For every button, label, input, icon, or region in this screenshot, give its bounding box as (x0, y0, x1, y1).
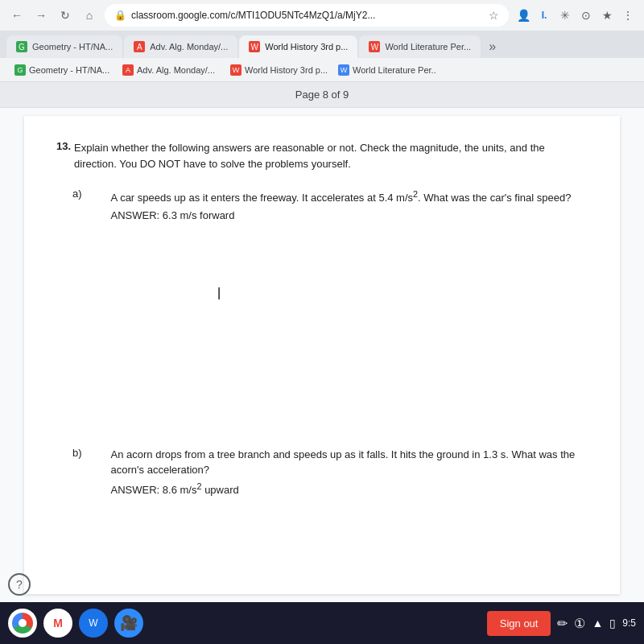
question-13-block: 13. Explain whether the following answer… (56, 140, 588, 496)
taskbar: M W 🎥 Sign out ✏ ① ▲ ▯ 9:5 (0, 602, 644, 644)
browser-chrome: ← → ↻ ⌂ 🔒 classroom.google.com/c/MTI1ODU… (0, 0, 644, 82)
page-header: Page 8 of 9 (0, 82, 644, 108)
tab-world-history[interactable]: W World History 3rd p... (239, 35, 357, 58)
taskbar-gmail-icon[interactable]: M (43, 609, 72, 638)
taskbar-right-area: ✏ ① ▲ ▯ 9:5 (557, 616, 636, 631)
bookmark-favicon-adv-alg: A (122, 64, 134, 76)
tab-favicon-world-lit: W (369, 41, 380, 52)
home-button[interactable]: ⌂ (80, 6, 98, 24)
extension-icon-4[interactable]: ★ (599, 7, 615, 23)
sub-b-answer: ANSWER: 8.6 m/s2 upward (111, 481, 588, 496)
refresh-button[interactable]: ↻ (56, 6, 74, 24)
battery-icon: ▯ (609, 617, 616, 630)
lock-icon: 🔒 (114, 10, 126, 21)
bookmark-star-icon[interactable]: ☆ (489, 9, 499, 22)
taskbar-docs-icon[interactable]: W (79, 609, 108, 638)
bookmark-geometry[interactable]: G Geometry - HT/NA... (8, 62, 113, 78)
taskbar-chrome-icon[interactable] (8, 609, 37, 638)
extension-icon-2[interactable]: ✳ (557, 7, 573, 23)
bookmark-world-lit[interactable]: W World Literature Per... (332, 62, 436, 78)
back-button[interactable]: ← (8, 6, 26, 24)
time-display: 9:5 (622, 617, 636, 629)
sub-content-b: An acorn drops from a tree branch and sp… (111, 447, 588, 496)
tab-favicon-world-history: W (249, 41, 260, 52)
notification-badge-1: ① (574, 616, 585, 631)
bookmark-favicon-world-history: W (230, 64, 242, 76)
extension-icon-1[interactable]: I. (536, 7, 552, 23)
tabs-more-button[interactable]: » (482, 35, 502, 58)
tab-geometry[interactable]: G Geometry - HT/NA... (6, 35, 122, 58)
empty-space-a: | (56, 286, 588, 431)
forward-button[interactable]: → (32, 6, 50, 24)
sub-a-question: A car speeds up as it enters the freeway… (111, 188, 572, 206)
nav-icons: 👤 I. ✳ ⊙ ★ ⋮ (515, 7, 636, 23)
cursor: | (217, 286, 588, 300)
question-13-instruction: Explain whether the following answers ar… (74, 140, 588, 171)
account-icon[interactable]: 👤 (515, 7, 531, 23)
pagination-text: Page 8 of 9 (295, 89, 349, 101)
sub-label-b: b) (72, 447, 82, 459)
sub-question-a: a) A car speeds up as it enters the free… (56, 188, 588, 221)
sub-question-b: b) An acorn drops from a tree branch and… (56, 447, 588, 496)
wifi-icon: ▲ (592, 617, 603, 630)
bookmark-favicon-geometry: G (14, 64, 26, 76)
pencil-icon: ✏ (557, 616, 568, 631)
sub-a-answer: ANSWER: 6.3 m/s forward (111, 209, 572, 221)
question-13-header: 13. Explain whether the following answer… (56, 140, 588, 171)
nav-bar: ← → ↻ ⌂ 🔒 classroom.google.com/c/MTI1ODU… (0, 0, 644, 31)
tab-adv-alg[interactable]: A Adv. Alg. Monday/... (124, 35, 237, 58)
tab-favicon-adv-alg: A (134, 41, 145, 52)
sign-out-button[interactable]: Sign out (487, 611, 551, 636)
bookmark-world-history[interactable]: W World History 3rd p... (224, 62, 328, 78)
chrome-inner-circle (19, 619, 27, 627)
sub-b-question: An acorn drops from a tree branch and sp… (111, 447, 588, 478)
document-area[interactable]: 13. Explain whether the following answer… (24, 116, 620, 594)
chrome-logo (12, 613, 33, 634)
tab-favicon-geometry: G (16, 41, 27, 52)
tabs-bar: G Geometry - HT/NA... A Adv. Alg. Monday… (0, 31, 644, 58)
page-area: Page 8 of 9 13. Explain whether the foll… (0, 82, 644, 602)
help-button[interactable]: ? (8, 573, 31, 596)
sub-label-a: a) (72, 188, 82, 200)
bookmark-bar: G Geometry - HT/NA... A Adv. Alg. Monday… (0, 58, 644, 82)
bookmark-favicon-world-lit: W (338, 64, 349, 76)
question-number-13: 13. (56, 140, 71, 171)
sub-content-a: A car speeds up as it enters the freeway… (111, 188, 572, 221)
bookmark-adv-alg[interactable]: A Adv. Alg. Monday/... (116, 62, 221, 78)
url-text: classroom.google.com/c/MTI1ODU5NTc4MzQ1/… (131, 10, 484, 21)
address-bar[interactable]: 🔒 classroom.google.com/c/MTI1ODU5NTc4MzQ… (105, 4, 509, 27)
taskbar-zoom-icon[interactable]: 🎥 (114, 609, 143, 638)
tab-world-lit[interactable]: W World Literature Per... (359, 35, 481, 58)
extension-icon-3[interactable]: ⊙ (578, 7, 594, 23)
menu-icon[interactable]: ⋮ (620, 7, 636, 23)
